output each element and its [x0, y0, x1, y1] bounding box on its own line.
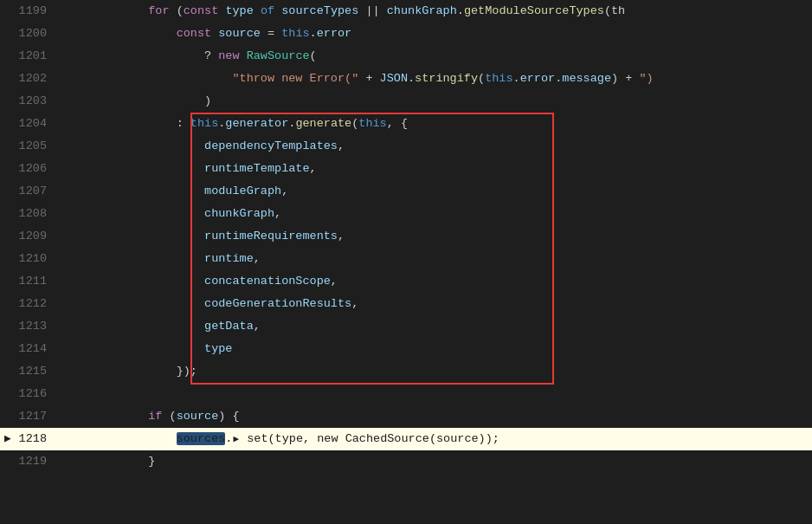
arrow-col: [0, 383, 16, 405]
line-number: 1206: [16, 158, 61, 180]
line-content: moduleGraph,: [61, 180, 812, 203]
code-line: 1211 concatenationScope,: [0, 270, 812, 293]
code-line: 1202 "throw new Error(" + JSON.stringify…: [0, 68, 812, 90]
line-content: getData,: [61, 315, 812, 338]
arrow-col: [0, 0, 16, 23]
code-editor: 1199 for (const type of sourceTypes || c…: [0, 0, 812, 524]
line-content: codeGenerationResults,: [61, 293, 812, 315]
arrow-col: [0, 450, 16, 473]
code-line: 1212 codeGenerationResults,: [0, 293, 812, 315]
line-number: 1202: [16, 68, 61, 90]
arrow-col: [0, 135, 16, 158]
arrow-col: [0, 23, 16, 45]
code-line: 1213 getData,: [0, 315, 812, 338]
line-content: runtimeTemplate,: [61, 158, 812, 180]
line-content: chunkGraph,: [61, 203, 812, 225]
arrow-col: [0, 180, 16, 203]
line-number: 1210: [16, 248, 61, 270]
line-content: }: [61, 450, 812, 473]
arrow-col: [0, 225, 16, 248]
line-number: 1213: [16, 315, 61, 338]
arrow-col: [0, 248, 16, 270]
line-number: 1218: [16, 428, 61, 450]
arrow-col: [0, 68, 16, 90]
code-line: 1217 if (source) {: [0, 405, 812, 428]
line-number: 1204: [16, 113, 61, 135]
line-content: for (const type of sourceTypes || chunkG…: [61, 0, 812, 23]
code-line: ▶1218 sources.▶ set(type, new CachedSour…: [0, 428, 812, 450]
code-line: 1200 const source = this.error: [0, 23, 812, 45]
code-line: 1209 runtimeRequirements,: [0, 225, 812, 248]
line-number: 1201: [16, 45, 61, 68]
arrow-col: [0, 113, 16, 135]
line-number: 1200: [16, 23, 61, 45]
arrow-col: [0, 360, 16, 383]
line-content: });: [61, 360, 812, 383]
arrow-col: [0, 338, 16, 360]
line-content: sources.▶ set(type, new CachedSource(sou…: [61, 428, 812, 450]
arrow-icon: ▶: [4, 428, 11, 450]
line-content: type: [61, 338, 812, 360]
arrow-col: [0, 270, 16, 293]
code-line: 1210 runtime,: [0, 248, 812, 270]
code-line: 1219 }: [0, 450, 812, 473]
line-content: runtime,: [61, 248, 812, 270]
line-number: 1199: [16, 0, 61, 23]
line-number: 1205: [16, 135, 61, 158]
code-line: 1199 for (const type of sourceTypes || c…: [0, 0, 812, 23]
code-line: 1214 type: [0, 338, 812, 360]
arrow-col: [0, 90, 16, 113]
line-number: 1208: [16, 203, 61, 225]
line-content: ? new RawSource(: [61, 45, 812, 68]
code-line: 1205 dependencyTemplates,: [0, 135, 812, 158]
code-line: 1215 });: [0, 360, 812, 383]
arrow-col: [0, 405, 16, 428]
line-content: [61, 383, 812, 405]
arrow-col: [0, 45, 16, 68]
code-line: 1216: [0, 383, 812, 405]
code-line: 1207 moduleGraph,: [0, 180, 812, 203]
line-number: 1214: [16, 338, 61, 360]
line-number: 1217: [16, 405, 61, 428]
code-line: 1201 ? new RawSource(: [0, 45, 812, 68]
arrow-col: ▶: [0, 428, 16, 450]
line-number: 1216: [16, 383, 61, 405]
code-line: 1208 chunkGraph,: [0, 203, 812, 225]
line-content: : this.generator.generate(this, {: [61, 113, 812, 135]
line-content: "throw new Error(" + JSON.stringify(this…: [61, 68, 812, 90]
arrow-col: [0, 315, 16, 338]
line-number: 1207: [16, 180, 61, 203]
arrow-col: [0, 158, 16, 180]
line-content: const source = this.error: [61, 23, 812, 45]
line-number: 1215: [16, 360, 61, 383]
code-line: 1204 : this.generator.generate(this, {: [0, 113, 812, 135]
code-line: 1203 ): [0, 90, 812, 113]
line-number: 1219: [16, 450, 61, 473]
line-content: ): [61, 90, 812, 113]
line-number: 1203: [16, 90, 61, 113]
line-content: if (source) {: [61, 405, 812, 428]
line-content: dependencyTemplates,: [61, 135, 812, 158]
line-number: 1209: [16, 225, 61, 248]
line-content: runtimeRequirements,: [61, 225, 812, 248]
code-line: 1206 runtimeTemplate,: [0, 158, 812, 180]
line-number: 1211: [16, 270, 61, 293]
arrow-col: [0, 293, 16, 315]
line-content: concatenationScope,: [61, 270, 812, 293]
arrow-col: [0, 203, 16, 225]
line-number: 1212: [16, 293, 61, 315]
